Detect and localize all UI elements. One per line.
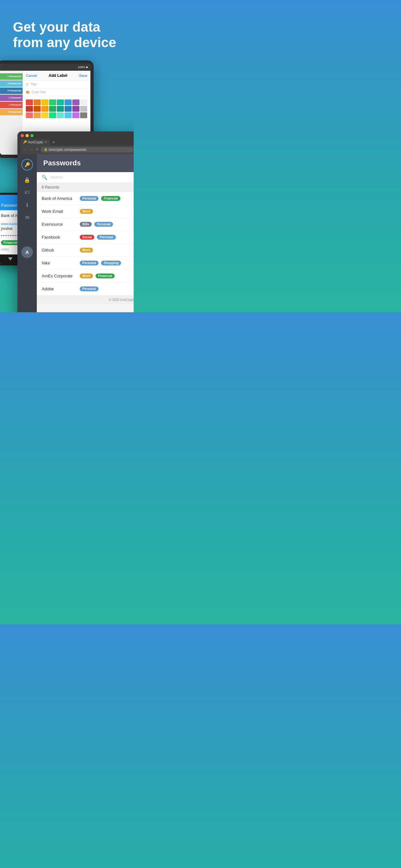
tab-favicon: 🔑: [23, 141, 27, 144]
username-value: jnndoe: [1, 226, 12, 231]
color-swatch[interactable]: [65, 99, 72, 105]
save-button[interactable]: Save: [79, 73, 87, 78]
close-button[interactable]: [21, 134, 24, 137]
color-swatch[interactable]: [34, 113, 41, 118]
color-swatch[interactable]: [57, 99, 64, 105]
password-item[interactable]: AdobePersonal: [37, 283, 134, 296]
color-swatch[interactable]: [80, 99, 87, 105]
forward-button[interactable]: →: [30, 147, 34, 152]
color-swatch[interactable]: [34, 99, 41, 105]
password-tag: Shopping: [101, 260, 121, 266]
color-swatch[interactable]: [41, 106, 49, 112]
color-swatch[interactable]: [72, 99, 80, 105]
color-swatch[interactable]: [65, 106, 72, 112]
color-swatch[interactable]: [57, 113, 64, 118]
tab-bar: 🔑 IronCrypto ✕ +: [21, 139, 134, 145]
tab-label: IronCrypto: [28, 141, 43, 144]
lock-nav-icon[interactable]: 🔒: [24, 177, 30, 183]
password-item[interactable]: Work EmailWork: [37, 205, 134, 218]
title-field[interactable]: ☰ Title: [23, 81, 90, 89]
password-tag: Bills: [80, 222, 92, 227]
color-swatch[interactable]: [41, 99, 49, 105]
browser-mockup: 🔑 IronCrypto ✕ + ← → ↻ 🔒 ironcrypto.com/…: [18, 131, 134, 312]
password-tag: Personal: [97, 235, 116, 240]
address-bar: ← → ↻ 🔒 ironcrypto.com/passwords: [21, 145, 134, 154]
password-tag: Personal: [80, 260, 98, 266]
color-bar-label-4: 1 Password: [9, 97, 21, 99]
search-bar[interactable]: 🔍 Search: [37, 172, 134, 182]
color-bar-2: 2 Passwords: [0, 81, 23, 87]
password-tag: Personal: [80, 286, 98, 291]
color-swatch[interactable]: [72, 106, 80, 112]
browser-footer: © 2020 IronCrypto: [37, 296, 134, 304]
back-nav-button[interactable]: [8, 257, 12, 260]
color-swatch[interactable]: [80, 113, 87, 118]
reload-button[interactable]: ↻: [35, 147, 39, 152]
color-swatch[interactable]: [34, 106, 41, 112]
add-label-title: Add Label: [49, 73, 67, 78]
color-swatch[interactable]: [80, 106, 87, 112]
color-swatch[interactable]: [26, 113, 33, 118]
password-item[interactable]: NikePersonalShopping: [37, 257, 134, 270]
devices-container: 100% ■ 1 Passwords 2 Passwords 5 Passwor…: [0, 60, 134, 286]
password-item-name: AmEx Corporate: [42, 274, 77, 278]
app-logo: 🔑: [21, 159, 33, 170]
color-swatch[interactable]: [26, 99, 33, 105]
password-tag: Financial: [101, 196, 120, 201]
back-button[interactable]: ←: [24, 147, 28, 152]
browser-chrome: 🔑 IronCrypto ✕ + ← → ↻ 🔒 ironcrypto.com/…: [18, 131, 134, 154]
key-icon: 🔑: [25, 162, 30, 167]
password-tag: Work: [80, 209, 93, 214]
password-item-name: Bank of America: [42, 196, 77, 201]
cancel-button[interactable]: Cancel: [26, 73, 37, 78]
browser-tab[interactable]: 🔑 IronCrypto ✕: [21, 139, 50, 145]
password-item-name: Nike: [42, 260, 77, 266]
tab-close-button[interactable]: ✕: [44, 141, 47, 144]
search-icon: 🔍: [42, 175, 47, 180]
color-bar-4: 1 Password: [0, 95, 23, 101]
password-item[interactable]: GithubWork: [37, 244, 134, 257]
browser-main: Passwords 🔍 Search 8 Records Bank of Ame…: [37, 154, 134, 312]
tablet-status-bar: 100% ■: [0, 64, 90, 71]
color-swatch[interactable]: [57, 106, 64, 112]
password-item-name: Github: [42, 248, 77, 252]
password-item[interactable]: EversourceBillsPersonal: [37, 218, 134, 231]
user-avatar[interactable]: A: [21, 246, 33, 258]
add-label-header: Cancel Add Label Save: [23, 71, 90, 81]
color-placeholder: Color Hex: [32, 90, 46, 94]
color-swatch[interactable]: [72, 113, 80, 118]
address-input[interactable]: 🔒 ironcrypto.com/passwords: [41, 147, 134, 152]
password-item[interactable]: AmEx CorporateWorkFinancial: [37, 270, 134, 283]
battery-indicator: 100% ■: [78, 66, 88, 69]
passwords-title: Passwords: [43, 159, 81, 167]
color-swatch[interactable]: [65, 113, 72, 118]
lock-icon: 🔒: [44, 148, 48, 151]
title-placeholder: Title: [31, 83, 37, 86]
traffic-lights: [21, 134, 134, 137]
new-tab-button[interactable]: +: [52, 140, 55, 145]
password-tag: Financial: [96, 274, 115, 278]
color-swatch[interactable]: [49, 106, 56, 112]
color-swatch[interactable]: [26, 106, 33, 112]
password-tag: Personal: [80, 196, 98, 201]
color-bar-5: 1 Password: [0, 102, 23, 108]
color-swatch[interactable]: [41, 113, 49, 118]
password-item[interactable]: FacebookSocialPersonal: [37, 231, 134, 244]
browser-body: 🔑 🔒 🏷 ℹ ✉ A Passwords 🔍 Search 8 Records…: [18, 154, 134, 312]
maximize-button[interactable]: [30, 134, 34, 137]
color-swatch[interactable]: [49, 113, 56, 118]
info-nav-icon[interactable]: ℹ: [26, 202, 28, 208]
minimize-button[interactable]: [26, 134, 29, 137]
color-swatch[interactable]: [49, 99, 56, 105]
password-list: Bank of AmericaPersonalFinancialWork Ema…: [37, 192, 134, 296]
color-bar-label-1: 1 Passwords: [7, 75, 21, 78]
color-bar-1: 1 Passwords: [0, 73, 23, 80]
password-tag: Work: [80, 248, 93, 252]
mail-nav-icon[interactable]: ✉: [25, 214, 29, 221]
records-count: 8 Records: [37, 182, 134, 192]
hero-section: Get your data from any device: [0, 0, 134, 60]
password-item[interactable]: Bank of AmericaPersonalFinancial: [37, 192, 134, 205]
color-field[interactable]: 🎨 Color Hex: [23, 89, 90, 96]
passwords-header: Passwords: [37, 154, 134, 172]
folder-nav-icon[interactable]: 🏷: [25, 190, 30, 195]
